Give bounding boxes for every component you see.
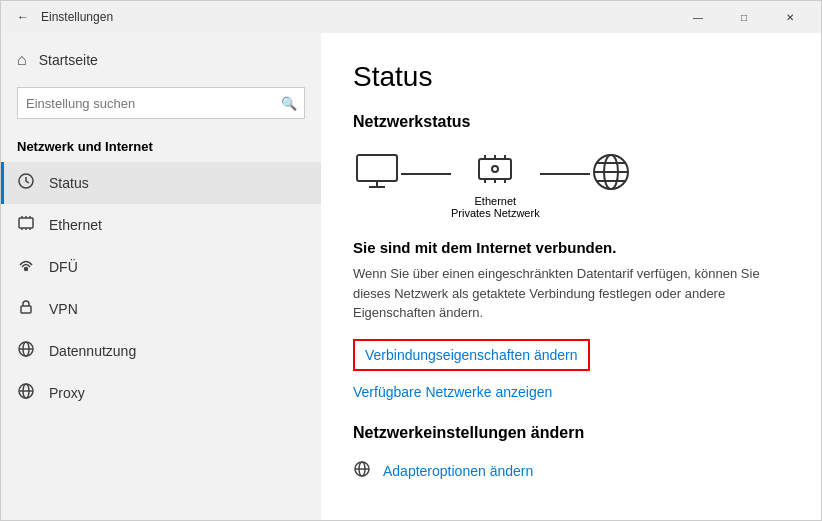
connected-text: Sie sind mit dem Internet verbunden.: [353, 239, 789, 256]
sidebar: ⌂ Startseite 🔍 Netzwerk und Internet Sta…: [1, 33, 321, 520]
home-icon: ⌂: [17, 51, 27, 69]
router-icon: [475, 151, 515, 189]
window: ← Einstellungen — □ ✕ ⌂ Startseite 🔍 Net…: [0, 0, 822, 521]
line-1: [401, 173, 451, 175]
minimize-button[interactable]: —: [675, 1, 721, 33]
ethernet-label: Ethernet: [451, 195, 540, 207]
sidebar-item-datennutzung[interactable]: Datennutzung: [1, 330, 321, 372]
link-networks-container: Verfügbare Netzwerke anzeigen: [353, 383, 789, 408]
svg-rect-8: [357, 155, 397, 181]
window-title: Einstellungen: [41, 10, 675, 24]
sidebar-home-button[interactable]: ⌂ Startseite: [1, 41, 321, 79]
sidebar-item-datennutzung-label: Datennutzung: [49, 343, 136, 359]
sidebar-item-proxy[interactable]: Proxy: [1, 372, 321, 414]
sidebar-section-title: Netzwerk und Internet: [1, 127, 321, 162]
search-input[interactable]: [17, 87, 305, 119]
main-panel: Status Netzwerkstatus: [321, 33, 821, 520]
sidebar-item-vpn[interactable]: VPN: [1, 288, 321, 330]
svg-point-10: [492, 166, 498, 172]
line-2: [540, 173, 590, 175]
link-verbindungseigenschaften[interactable]: Verbindungseigenschaften ändern: [353, 339, 590, 371]
network-diagram: Ethernet Privates Netzwerk: [353, 151, 789, 219]
sidebar-item-ethernet[interactable]: Ethernet: [1, 204, 321, 246]
page-title: Status: [353, 61, 789, 93]
sidebar-item-status-label: Status: [49, 175, 89, 191]
adapter-optionen-label: Adapteroptionen ändern: [383, 463, 533, 479]
sidebar-item-dfu[interactable]: DFÜ: [1, 246, 321, 288]
status-icon: [17, 172, 35, 194]
globe-node: [590, 151, 632, 219]
svg-rect-3: [21, 306, 31, 313]
status-description: Wenn Sie über einen eingeschränkten Date…: [353, 264, 773, 323]
titlebar: ← Einstellungen — □ ✕: [1, 1, 821, 33]
vpn-icon: [17, 298, 35, 320]
sidebar-item-vpn-label: VPN: [49, 301, 78, 317]
content: ⌂ Startseite 🔍 Netzwerk und Internet Sta…: [1, 33, 821, 520]
svg-rect-1: [19, 218, 33, 228]
computer-icon: [353, 153, 401, 191]
adapter-icon: [353, 460, 371, 482]
ethernet-node: Ethernet Privates Netzwerk: [451, 151, 540, 219]
sidebar-item-dfu-label: DFÜ: [49, 259, 78, 275]
adapter-optionen-item[interactable]: Adapteroptionen ändern: [353, 454, 789, 488]
svg-rect-9: [479, 159, 511, 179]
sidebar-item-status[interactable]: Status: [1, 162, 321, 204]
link-properties-container: Verbindungseigenschaften ändern: [353, 339, 789, 379]
datennutzung-icon: [17, 340, 35, 362]
ethernet-icon: [17, 214, 35, 236]
link-verfuegbare-netzwerke[interactable]: Verfügbare Netzwerke anzeigen: [353, 384, 552, 400]
window-controls: — □ ✕: [675, 1, 813, 33]
ethernet-node-labels: Ethernet Privates Netzwerk: [451, 195, 540, 219]
back-button[interactable]: ←: [9, 3, 37, 31]
maximize-button[interactable]: □: [721, 1, 767, 33]
svg-point-2: [25, 268, 28, 271]
sidebar-home-label: Startseite: [39, 52, 98, 68]
sidebar-item-ethernet-label: Ethernet: [49, 217, 102, 233]
sidebar-item-proxy-label: Proxy: [49, 385, 85, 401]
globe-icon: [590, 151, 632, 193]
change-section-title: Netzwerkeinstellungen ändern: [353, 424, 789, 442]
computer-node: [353, 153, 401, 217]
network-status-title: Netzwerkstatus: [353, 113, 789, 131]
close-button[interactable]: ✕: [767, 1, 813, 33]
dfu-icon: [17, 256, 35, 278]
proxy-icon: [17, 382, 35, 404]
search-container: 🔍: [17, 87, 305, 119]
private-network-label: Privates Netzwerk: [451, 207, 540, 219]
search-icon: 🔍: [281, 96, 297, 111]
